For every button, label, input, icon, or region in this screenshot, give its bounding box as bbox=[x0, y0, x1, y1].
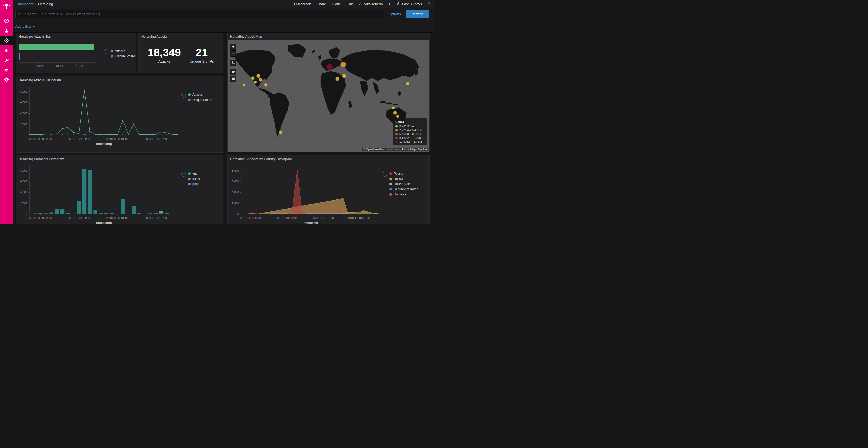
add-filter-button[interactable]: Add a filter+ bbox=[16, 25, 35, 28]
legend-item[interactable]: telnet bbox=[188, 177, 200, 181]
topbar-actions: Full screen Share Clone Edit Auto-refres… bbox=[294, 2, 430, 6]
legend-dot-icon bbox=[389, 193, 392, 196]
legend-item[interactable]: Poland bbox=[389, 172, 418, 175]
map-marker[interactable] bbox=[335, 77, 339, 81]
map-marker[interactable] bbox=[406, 82, 409, 85]
zoom-out-button[interactable]: − bbox=[230, 50, 237, 57]
metric-label: Attacks bbox=[148, 59, 181, 64]
search-field[interactable]: >_ bbox=[16, 10, 384, 18]
time-forward-icon[interactable] bbox=[428, 2, 430, 6]
attacks-bar-chart: 5,00010,00015,000 bbox=[16, 41, 104, 73]
svg-text:Timestamp: Timestamp bbox=[95, 142, 112, 146]
map-legend: Count 3 – 2,729.42,729.4 – 5,455.85,455.… bbox=[393, 118, 427, 145]
svg-text:6,000: 6,000 bbox=[20, 101, 27, 104]
map-marker[interactable] bbox=[264, 83, 268, 87]
time-range-button[interactable]: Last 30 days bbox=[397, 2, 422, 6]
legend-item[interactable]: Attacks bbox=[188, 93, 213, 97]
openstreetmap-link[interactable]: © OpenStreetMap bbox=[363, 148, 385, 151]
metric-value: 18,349 bbox=[148, 47, 181, 58]
legend-toggle-icon[interactable]: › bbox=[382, 172, 387, 176]
legend-dot-icon bbox=[389, 188, 392, 191]
world-map[interactable]: + − bbox=[227, 40, 429, 152]
map-legend-row: 2,729.4 – 5,455.8 bbox=[395, 129, 424, 132]
sidebar-item-visualize[interactable] bbox=[0, 26, 13, 36]
wrench-icon bbox=[4, 58, 9, 63]
panel-attacks-bar: Heralding Attacks Bar 5,00010,00015,000 … bbox=[16, 33, 136, 73]
legend-item[interactable]: Romania bbox=[389, 193, 418, 196]
legend-item[interactable]: United States bbox=[389, 182, 418, 186]
auto-refresh-button[interactable]: Auto-refresh bbox=[358, 2, 382, 6]
legend-toggle-icon[interactable]: › bbox=[104, 49, 108, 54]
sidebar-item-monitoring[interactable] bbox=[0, 65, 13, 75]
map-marker[interactable] bbox=[342, 74, 346, 78]
map-legend-dot-icon bbox=[395, 141, 398, 143]
svg-text:10,000: 10,000 bbox=[56, 65, 64, 68]
refresh-button[interactable]: Refresh bbox=[406, 10, 429, 18]
t-mobile-logo[interactable] bbox=[0, 0, 13, 13]
compass-icon bbox=[4, 18, 9, 24]
full-screen-button[interactable]: Full screen bbox=[294, 2, 311, 6]
panel-attacks-histogram: Heralding Attacks Histogram 02,0004,0006… bbox=[16, 76, 223, 152]
edit-button[interactable]: Edit bbox=[347, 2, 352, 6]
svg-text:6,000: 6,000 bbox=[20, 180, 27, 183]
map-marker[interactable] bbox=[251, 76, 255, 80]
elastic-maps-service-link[interactable]: Elastic Maps Service bbox=[402, 148, 427, 151]
draw-rectangle-button[interactable] bbox=[230, 76, 237, 82]
map-marker[interactable] bbox=[242, 83, 245, 87]
fit-bounds-button[interactable] bbox=[230, 60, 237, 66]
legend-item[interactable]: Unique Src IPs bbox=[111, 55, 135, 58]
search-input[interactable] bbox=[25, 12, 381, 16]
chart-legend: ›PolandRussiaUnited StatesRepublic of Ko… bbox=[382, 164, 418, 224]
map-marker[interactable] bbox=[258, 78, 262, 81]
panel-attack-map: Heralding Attack Map bbox=[227, 33, 430, 152]
panel-title: Heralding - Attacks by Country Histogram bbox=[227, 156, 429, 163]
breadcrumb-dashboard-link[interactable]: Dashboard bbox=[17, 2, 34, 6]
gear-icon bbox=[4, 77, 9, 82]
share-button[interactable]: Share bbox=[317, 2, 326, 6]
time-back-icon[interactable] bbox=[388, 2, 391, 6]
map-marker[interactable] bbox=[279, 131, 282, 134]
map-marker[interactable] bbox=[396, 115, 399, 118]
bug-icon bbox=[4, 48, 9, 53]
legend-toggle-icon[interactable]: › bbox=[181, 93, 186, 98]
zoom-in-button[interactable]: + bbox=[230, 44, 237, 50]
panel-attacks-metric: Heralding Attacks 18,349 Attacks 21 Uniq… bbox=[138, 33, 223, 73]
map-legend-row: 5,455.8 – 8,182.2 bbox=[395, 132, 424, 136]
map-marker[interactable] bbox=[326, 64, 333, 70]
legend-item[interactable]: vnc bbox=[188, 172, 200, 175]
map-marker[interactable] bbox=[392, 106, 395, 109]
map-marker[interactable] bbox=[393, 111, 397, 114]
sidebar-item-discover[interactable] bbox=[0, 16, 13, 26]
query-bar: >_ Options Refresh bbox=[13, 8, 434, 21]
svg-text:2018-11-04 01:00: 2018-11-04 01:00 bbox=[68, 137, 90, 140]
legend-item[interactable]: Unique Src IPs bbox=[188, 98, 213, 102]
sidebar-item-dev-tools[interactable] bbox=[0, 55, 13, 65]
protocols-histogram-chart: 02,0004,0006,0008,0002018-10-28 02:00201… bbox=[16, 164, 181, 224]
svg-text:0: 0 bbox=[26, 213, 27, 216]
legend-toggle-icon[interactable]: › bbox=[181, 172, 186, 176]
options-link[interactable]: Options bbox=[389, 12, 401, 16]
metric-value: 21 bbox=[190, 47, 214, 58]
svg-text:2018-11-04 01:00: 2018-11-04 01:00 bbox=[276, 216, 298, 219]
kibana-dashboard-page: { "topbar": { "breadcrumb": { "root": "D… bbox=[0, 0, 434, 224]
legend-dot-icon bbox=[188, 172, 191, 175]
heartbeat-icon bbox=[4, 67, 9, 72]
legend-item[interactable]: Republic of Korea bbox=[389, 187, 418, 191]
map-marker[interactable] bbox=[340, 62, 346, 67]
legend-item[interactable]: Russia bbox=[389, 177, 418, 181]
sidebar-item-management[interactable] bbox=[0, 75, 13, 84]
sidebar-item-security[interactable] bbox=[0, 45, 13, 55]
map-marker[interactable] bbox=[254, 80, 257, 83]
sidebar-item-dashboard[interactable] bbox=[0, 36, 13, 45]
map-legend-dot-icon bbox=[395, 137, 398, 139]
svg-text:2018-11-11 01:00: 2018-11-11 01:00 bbox=[106, 137, 128, 140]
crop-icon bbox=[231, 61, 235, 65]
map-marker[interactable] bbox=[256, 74, 260, 78]
svg-text:2018-10-28 02:00: 2018-10-28 02:00 bbox=[29, 137, 52, 140]
attacks-histogram-chart: 02,0004,0006,0008,0002018-10-28 02:00201… bbox=[16, 84, 181, 146]
clone-button[interactable]: Clone bbox=[332, 2, 341, 6]
legend-item[interactable]: Attacks bbox=[111, 49, 135, 53]
draw-polygon-button[interactable] bbox=[230, 69, 237, 75]
breadcrumb-separator: / bbox=[35, 2, 36, 6]
legend-item[interactable]: pop3 bbox=[188, 182, 200, 186]
